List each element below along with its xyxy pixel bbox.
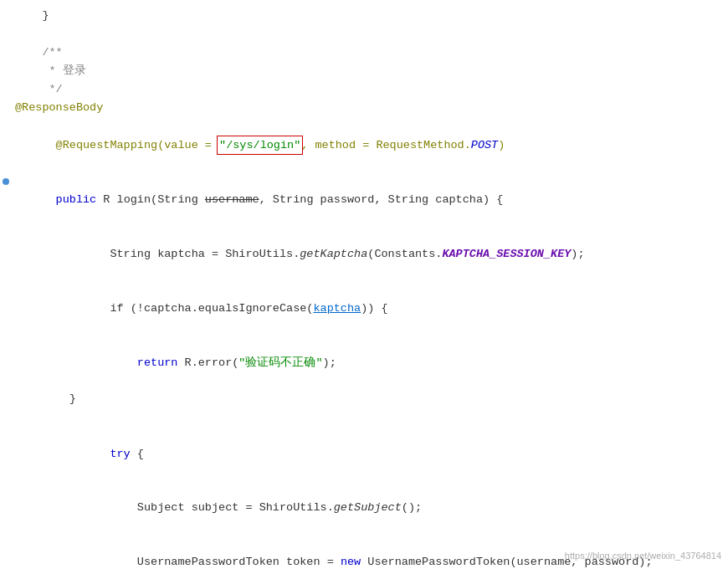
code-line: */	[0, 80, 728, 99]
line-content: return R.error("验证码不正确");	[12, 336, 728, 390]
line-content: String kaptcha = ShiroUtils.getKaptcha(C…	[12, 228, 728, 282]
code-line: /**	[0, 44, 728, 62]
line-content: /**	[12, 44, 728, 62]
code-line: return R.error("验证码不正确");	[0, 336, 728, 390]
line-content: }	[12, 7, 728, 25]
code-line-method-def: public R login(String username, String p…	[0, 173, 728, 228]
code-line: try {	[0, 427, 728, 481]
line-content: @ResponseBody	[12, 99, 728, 117]
line-content: }	[12, 390, 728, 408]
code-line: String kaptcha = ShiroUtils.getKaptcha(C…	[0, 228, 728, 282]
code-line: @ResponseBody	[0, 99, 728, 117]
line-content: * 登录	[12, 62, 728, 80]
line-content	[12, 25, 728, 44]
code-line: }	[0, 7, 728, 25]
code-line: * 登录	[0, 62, 728, 80]
line-content: if (!captcha.equalsIgnoreCase(kaptcha)) …	[12, 281, 728, 336]
line-content: @RequestMapping(value = "/sys/login", me…	[12, 117, 728, 173]
code-line	[0, 408, 728, 427]
line-content	[12, 408, 728, 427]
code-line-requestmapping: @RequestMapping(value = "/sys/login", me…	[0, 117, 728, 173]
code-line	[0, 25, 728, 44]
line-content: Subject subject = ShiroUtils.getSubject(…	[12, 481, 728, 536]
code-line: Subject subject = ShiroUtils.getSubject(…	[0, 481, 728, 536]
code-line: }	[0, 390, 728, 408]
watermark: https://blog.csdn.net/weixin_43764814	[565, 549, 721, 564]
code-line: if (!captcha.equalsIgnoreCase(kaptcha)) …	[0, 281, 728, 336]
code-editor: } /** * 登录 */ @ResponseBody @RequestMapp…	[0, 0, 728, 569]
gutter-dot	[0, 178, 12, 185]
line-content: try {	[12, 427, 728, 481]
line-content: public R login(String username, String p…	[12, 173, 728, 228]
line-content: */	[12, 80, 728, 99]
